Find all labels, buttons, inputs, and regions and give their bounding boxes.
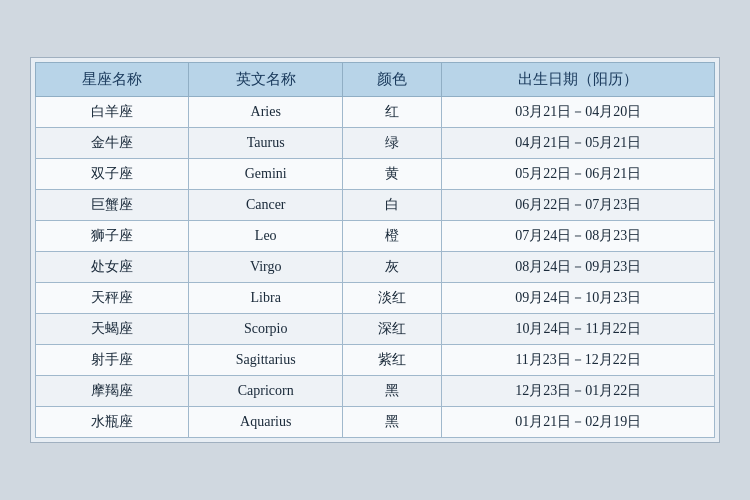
table-row: 白羊座Aries红03月21日－04月20日 <box>36 97 715 128</box>
cell-color: 红 <box>342 97 441 128</box>
cell-color: 紫红 <box>342 345 441 376</box>
cell-color: 灰 <box>342 252 441 283</box>
cell-english-name: Capricorn <box>189 376 342 407</box>
cell-english-name: Aquarius <box>189 407 342 438</box>
cell-chinese-name: 处女座 <box>36 252 189 283</box>
table-row: 水瓶座Aquarius黑01月21日－02月19日 <box>36 407 715 438</box>
table-row: 处女座Virgo灰08月24日－09月23日 <box>36 252 715 283</box>
cell-color: 黑 <box>342 407 441 438</box>
cell-chinese-name: 水瓶座 <box>36 407 189 438</box>
cell-chinese-name: 双子座 <box>36 159 189 190</box>
cell-color: 绿 <box>342 128 441 159</box>
table-row: 狮子座Leo橙07月24日－08月23日 <box>36 221 715 252</box>
cell-dates: 11月23日－12月22日 <box>442 345 715 376</box>
cell-color: 黑 <box>342 376 441 407</box>
header-dates: 出生日期（阳历） <box>442 63 715 97</box>
table-row: 天蝎座Scorpio深红10月24日－11月22日 <box>36 314 715 345</box>
cell-english-name: Aries <box>189 97 342 128</box>
cell-dates: 06月22日－07月23日 <box>442 190 715 221</box>
table-header-row: 星座名称 英文名称 颜色 出生日期（阳历） <box>36 63 715 97</box>
table-row: 双子座Gemini黄05月22日－06月21日 <box>36 159 715 190</box>
cell-dates: 01月21日－02月19日 <box>442 407 715 438</box>
cell-dates: 03月21日－04月20日 <box>442 97 715 128</box>
cell-dates: 08月24日－09月23日 <box>442 252 715 283</box>
cell-english-name: Taurus <box>189 128 342 159</box>
cell-chinese-name: 巨蟹座 <box>36 190 189 221</box>
cell-chinese-name: 摩羯座 <box>36 376 189 407</box>
zodiac-table: 星座名称 英文名称 颜色 出生日期（阳历） 白羊座Aries红03月21日－04… <box>35 62 715 438</box>
header-color: 颜色 <box>342 63 441 97</box>
cell-chinese-name: 白羊座 <box>36 97 189 128</box>
cell-color: 橙 <box>342 221 441 252</box>
cell-english-name: Gemini <box>189 159 342 190</box>
cell-color: 淡红 <box>342 283 441 314</box>
cell-dates: 04月21日－05月21日 <box>442 128 715 159</box>
cell-color: 白 <box>342 190 441 221</box>
cell-chinese-name: 天秤座 <box>36 283 189 314</box>
cell-dates: 10月24日－11月22日 <box>442 314 715 345</box>
table-row: 巨蟹座Cancer白06月22日－07月23日 <box>36 190 715 221</box>
zodiac-table-container: 星座名称 英文名称 颜色 出生日期（阳历） 白羊座Aries红03月21日－04… <box>30 57 720 443</box>
cell-chinese-name: 天蝎座 <box>36 314 189 345</box>
header-english-name: 英文名称 <box>189 63 342 97</box>
cell-chinese-name: 狮子座 <box>36 221 189 252</box>
cell-color: 深红 <box>342 314 441 345</box>
cell-dates: 09月24日－10月23日 <box>442 283 715 314</box>
table-row: 天秤座Libra淡红09月24日－10月23日 <box>36 283 715 314</box>
cell-dates: 12月23日－01月22日 <box>442 376 715 407</box>
cell-dates: 05月22日－06月21日 <box>442 159 715 190</box>
cell-dates: 07月24日－08月23日 <box>442 221 715 252</box>
header-chinese-name: 星座名称 <box>36 63 189 97</box>
cell-english-name: Cancer <box>189 190 342 221</box>
cell-color: 黄 <box>342 159 441 190</box>
table-row: 摩羯座Capricorn黑12月23日－01月22日 <box>36 376 715 407</box>
cell-chinese-name: 金牛座 <box>36 128 189 159</box>
cell-english-name: Sagittarius <box>189 345 342 376</box>
table-row: 射手座Sagittarius紫红11月23日－12月22日 <box>36 345 715 376</box>
cell-english-name: Virgo <box>189 252 342 283</box>
cell-english-name: Libra <box>189 283 342 314</box>
cell-english-name: Leo <box>189 221 342 252</box>
cell-chinese-name: 射手座 <box>36 345 189 376</box>
cell-english-name: Scorpio <box>189 314 342 345</box>
table-row: 金牛座Taurus绿04月21日－05月21日 <box>36 128 715 159</box>
